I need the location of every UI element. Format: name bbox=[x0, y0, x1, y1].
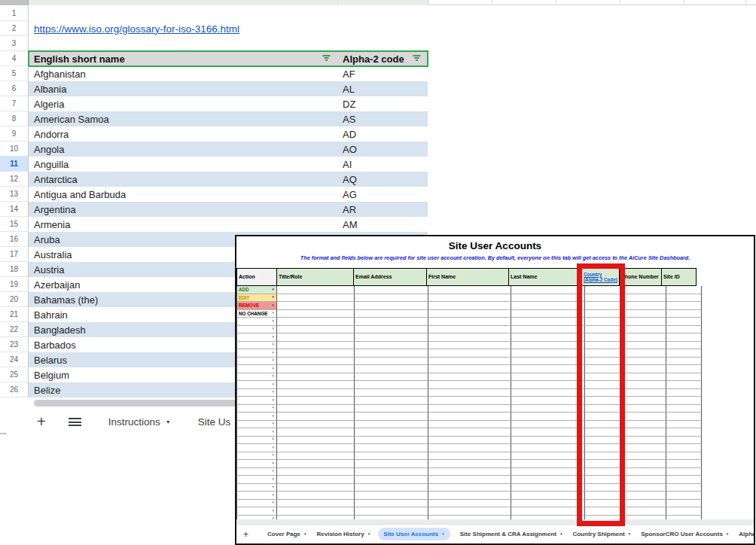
dropdown-arrow-icon[interactable]: ▼ bbox=[272, 494, 276, 498]
empty-cell[interactable] bbox=[511, 333, 585, 342]
empty-cell[interactable] bbox=[666, 452, 702, 461]
empty-cell[interactable] bbox=[355, 507, 428, 516]
header-alpha2-code[interactable]: Alpha-2 code bbox=[337, 51, 428, 66]
empty-cell[interactable] bbox=[277, 358, 355, 366]
cell-country-name[interactable]: Armenia bbox=[29, 217, 337, 232]
empty-cell[interactable] bbox=[666, 468, 702, 476]
action-cell[interactable]: ▼ bbox=[236, 405, 277, 413]
empty-cell[interactable] bbox=[511, 318, 585, 326]
action-cell[interactable]: ▼ bbox=[236, 342, 277, 350]
cell-country-name[interactable]: Antarctica bbox=[29, 172, 337, 187]
empty-cell[interactable] bbox=[277, 492, 355, 500]
empty-cell[interactable] bbox=[623, 381, 666, 389]
empty-cell[interactable] bbox=[428, 381, 511, 389]
empty-cell[interactable] bbox=[277, 373, 355, 382]
empty-cell[interactable] bbox=[511, 428, 585, 437]
chevron-down-icon[interactable]: ▼ bbox=[367, 532, 370, 536]
cell-country-name[interactable]: Anguilla bbox=[29, 157, 337, 172]
action-cell[interactable]: ▼ bbox=[236, 484, 277, 492]
empty-cell[interactable] bbox=[623, 421, 666, 429]
empty-cell[interactable] bbox=[428, 333, 511, 342]
action-cell[interactable]: ▼ bbox=[236, 397, 277, 405]
action-cell[interactable]: ▼ bbox=[236, 358, 277, 366]
overlay-add-sheet-button[interactable]: + bbox=[243, 530, 248, 539]
row-number[interactable]: 22 bbox=[0, 322, 29, 337]
cell-country-name[interactable]: Algeria bbox=[29, 96, 337, 111]
empty-cell[interactable] bbox=[511, 310, 585, 318]
chevron-down-icon[interactable]: ▼ bbox=[303, 532, 306, 536]
dropdown-arrow-icon[interactable]: ▼ bbox=[272, 438, 276, 442]
empty-cell[interactable] bbox=[428, 342, 511, 350]
dropdown-arrow-icon[interactable]: ▼ bbox=[272, 470, 276, 473]
empty-cell[interactable] bbox=[428, 507, 511, 516]
action-cell[interactable]: ▼ bbox=[236, 326, 277, 334]
empty-cell[interactable] bbox=[511, 437, 585, 445]
empty-cell[interactable] bbox=[511, 373, 585, 382]
empty-cell[interactable] bbox=[623, 460, 666, 468]
dropdown-arrow-icon[interactable]: ▼ bbox=[272, 431, 276, 434]
cell-alpha2-code[interactable]: AQ bbox=[337, 172, 428, 187]
empty-cell[interactable] bbox=[666, 389, 702, 397]
empty-cell[interactable] bbox=[277, 397, 355, 405]
empty-cell[interactable] bbox=[511, 484, 585, 492]
action-cell[interactable]: ▼ bbox=[236, 421, 277, 429]
empty-cell[interactable] bbox=[666, 373, 702, 382]
empty-cell[interactable] bbox=[355, 468, 428, 476]
action-cell[interactable]: ▼ bbox=[236, 349, 277, 358]
cell-country-name[interactable]: Angola bbox=[29, 142, 337, 157]
empty-cell[interactable] bbox=[428, 294, 511, 303]
empty-cell[interactable] bbox=[666, 286, 702, 294]
empty-cell[interactable] bbox=[623, 500, 666, 508]
empty-cell[interactable] bbox=[511, 405, 585, 413]
empty-cell[interactable] bbox=[277, 484, 355, 492]
action-cell[interactable]: ▼ bbox=[236, 373, 277, 382]
chevron-down-icon[interactable]: ▼ bbox=[441, 532, 444, 536]
empty-cell[interactable] bbox=[277, 500, 355, 508]
empty-cell[interactable] bbox=[277, 405, 355, 413]
action-cell[interactable]: REMOVE▼ bbox=[236, 302, 277, 310]
empty-cell[interactable] bbox=[277, 286, 355, 294]
empty-cell[interactable] bbox=[277, 310, 355, 318]
cell-alpha2-code[interactable]: AL bbox=[337, 81, 428, 96]
empty-cell[interactable] bbox=[623, 302, 666, 310]
row-number[interactable]: 21 bbox=[0, 307, 29, 322]
empty-cell[interactable] bbox=[623, 468, 666, 476]
action-cell[interactable]: ▼ bbox=[236, 444, 277, 452]
empty-cell[interactable] bbox=[355, 310, 428, 318]
empty-cell[interactable] bbox=[355, 365, 428, 373]
iso-glossary-link[interactable]: https://www.iso.org/glossary-for-iso-316… bbox=[34, 23, 239, 35]
dropdown-arrow-icon[interactable]: ▼ bbox=[272, 359, 276, 363]
empty-cell[interactable] bbox=[355, 389, 428, 397]
empty-cell[interactable] bbox=[428, 397, 511, 405]
empty-cell[interactable] bbox=[666, 381, 702, 389]
add-sheet-button[interactable]: + bbox=[37, 414, 46, 429]
cell-alpha2-code[interactable]: DZ bbox=[337, 96, 428, 111]
action-cell[interactable]: ▼ bbox=[236, 389, 277, 397]
empty-cell[interactable] bbox=[277, 326, 355, 334]
empty-cell[interactable] bbox=[623, 294, 666, 303]
empty-cell[interactable] bbox=[666, 421, 702, 429]
row-number[interactable]: 19 bbox=[0, 277, 29, 292]
empty-cell[interactable] bbox=[277, 349, 355, 358]
empty-cell[interactable] bbox=[623, 342, 666, 350]
empty-cell[interactable] bbox=[277, 468, 355, 476]
row-number[interactable]: 20 bbox=[0, 292, 29, 307]
empty-cell[interactable] bbox=[511, 452, 585, 461]
empty-cell[interactable] bbox=[511, 342, 585, 350]
empty-cell[interactable] bbox=[623, 326, 666, 334]
empty-cell[interactable] bbox=[666, 318, 702, 326]
dropdown-arrow-icon[interactable]: ▼ bbox=[272, 327, 276, 331]
empty-cell[interactable] bbox=[428, 405, 511, 413]
action-cell[interactable]: ▼ bbox=[236, 476, 277, 484]
empty-cell[interactable] bbox=[355, 500, 428, 508]
cell-country-name[interactable]: Albania bbox=[29, 81, 337, 96]
empty-cell[interactable] bbox=[666, 326, 702, 334]
empty-cell[interactable] bbox=[666, 405, 702, 413]
action-cell[interactable]: ▼ bbox=[236, 452, 277, 461]
empty-cell[interactable] bbox=[428, 286, 511, 294]
chevron-down-icon[interactable]: ▼ bbox=[166, 419, 171, 425]
empty-cell[interactable] bbox=[428, 302, 511, 310]
header-english-short-name[interactable]: English short name bbox=[29, 51, 337, 66]
empty-cell[interactable] bbox=[355, 444, 428, 452]
dropdown-arrow-icon[interactable]: ▼ bbox=[272, 352, 276, 355]
